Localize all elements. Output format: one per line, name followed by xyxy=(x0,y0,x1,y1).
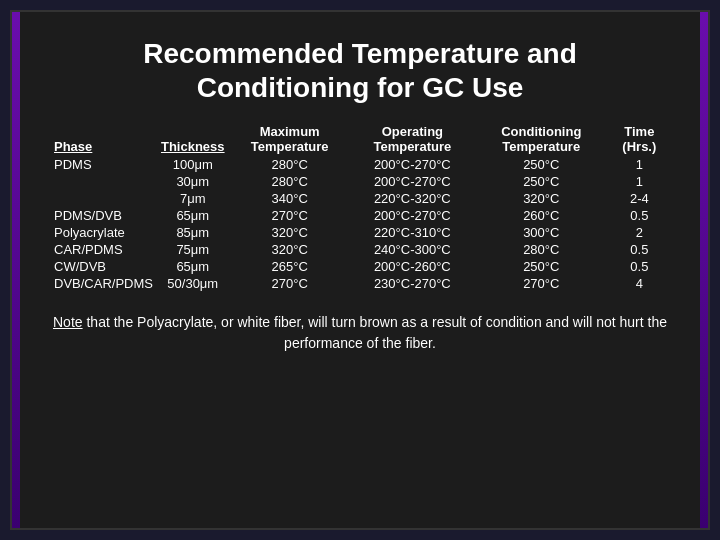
note-text: that the Polyacrylate, or white fiber, w… xyxy=(83,314,667,351)
accent-right-bar xyxy=(700,12,708,528)
cell-max-temp: 270°C xyxy=(229,207,351,224)
table-row: Polyacrylate85μm320°C220°C-310°C300°C2 xyxy=(50,224,670,241)
cell-thickness: 50/30μm xyxy=(157,275,229,292)
cell-op-temp: 220°C-320°C xyxy=(351,190,474,207)
cell-op-temp: 220°C-310°C xyxy=(351,224,474,241)
cell-phase xyxy=(50,190,157,207)
slide-title: Recommended Temperature and Conditioning… xyxy=(50,32,670,104)
cell-phase: CW/DVB xyxy=(50,258,157,275)
table-row: 30μm280°C200°C-270°C250°C1 xyxy=(50,173,670,190)
accent-left-bar xyxy=(12,12,20,528)
table-row: 7μm340°C220°C-320°C320°C2-4 xyxy=(50,190,670,207)
cell-phase: PDMS xyxy=(50,156,157,173)
cell-op-temp: 200°C-260°C xyxy=(351,258,474,275)
cell-op-temp: 230°C-270°C xyxy=(351,275,474,292)
cell-cond-temp: 250°C xyxy=(474,258,609,275)
cell-phase: CAR/PDMS xyxy=(50,241,157,258)
cell-max-temp: 340°C xyxy=(229,190,351,207)
cell-cond-temp: 260°C xyxy=(474,207,609,224)
cell-phase: DVB/CAR/PDMS xyxy=(50,275,157,292)
cell-cond-temp: 270°C xyxy=(474,275,609,292)
cell-thickness: 75μm xyxy=(157,241,229,258)
cell-time: 1 xyxy=(609,156,670,173)
table-row: PDMS/DVB65μm270°C200°C-270°C260°C0.5 xyxy=(50,207,670,224)
cell-op-temp: 200°C-270°C xyxy=(351,156,474,173)
cell-max-temp: 280°C xyxy=(229,156,351,173)
header-thickness: Thickness xyxy=(157,122,229,156)
cell-cond-temp: 320°C xyxy=(474,190,609,207)
cell-time: 2-4 xyxy=(609,190,670,207)
cell-thickness: 65μm xyxy=(157,258,229,275)
note-label: Note xyxy=(53,314,83,330)
cell-time: 4 xyxy=(609,275,670,292)
slide: Recommended Temperature and Conditioning… xyxy=(10,10,710,530)
cell-max-temp: 280°C xyxy=(229,173,351,190)
cell-op-temp: 200°C-270°C xyxy=(351,207,474,224)
cell-max-temp: 265°C xyxy=(229,258,351,275)
cell-cond-temp: 300°C xyxy=(474,224,609,241)
note-section: Note that the Polyacrylate, or white fib… xyxy=(50,312,670,354)
header-cond-temp: Conditioning Temperature xyxy=(474,122,609,156)
table-row: CAR/PDMS75μm320°C240°C-300°C280°C0.5 xyxy=(50,241,670,258)
cell-max-temp: 270°C xyxy=(229,275,351,292)
cell-time: 0.5 xyxy=(609,207,670,224)
cell-op-temp: 200°C-270°C xyxy=(351,173,474,190)
cell-phase: Polyacrylate xyxy=(50,224,157,241)
table-row: PDMS100μm280°C200°C-270°C250°C1 xyxy=(50,156,670,173)
table-row: DVB/CAR/PDMS50/30μm270°C230°C-270°C270°C… xyxy=(50,275,670,292)
cell-time: 0.5 xyxy=(609,258,670,275)
cell-thickness: 100μm xyxy=(157,156,229,173)
cell-phase: PDMS/DVB xyxy=(50,207,157,224)
cell-thickness: 65μm xyxy=(157,207,229,224)
cell-cond-temp: 250°C xyxy=(474,156,609,173)
cell-max-temp: 320°C xyxy=(229,224,351,241)
header-phase: Phase xyxy=(50,122,157,156)
cell-thickness: 85μm xyxy=(157,224,229,241)
slide-inner: Recommended Temperature and Conditioning… xyxy=(50,32,670,508)
cell-phase xyxy=(50,173,157,190)
temperature-table: Phase Thickness Maximum Temperature Oper… xyxy=(50,122,670,292)
cell-time: 1 xyxy=(609,173,670,190)
cell-cond-temp: 280°C xyxy=(474,241,609,258)
header-time: Time (Hrs.) xyxy=(609,122,670,156)
cell-thickness: 30μm xyxy=(157,173,229,190)
cell-op-temp: 240°C-300°C xyxy=(351,241,474,258)
header-max-temp: Maximum Temperature xyxy=(229,122,351,156)
cell-time: 2 xyxy=(609,224,670,241)
table-row: CW/DVB65μm265°C200°C-260°C250°C0.5 xyxy=(50,258,670,275)
cell-max-temp: 320°C xyxy=(229,241,351,258)
cell-thickness: 7μm xyxy=(157,190,229,207)
cell-time: 0.5 xyxy=(609,241,670,258)
cell-cond-temp: 250°C xyxy=(474,173,609,190)
header-op-temp: Operating Temperature xyxy=(351,122,474,156)
